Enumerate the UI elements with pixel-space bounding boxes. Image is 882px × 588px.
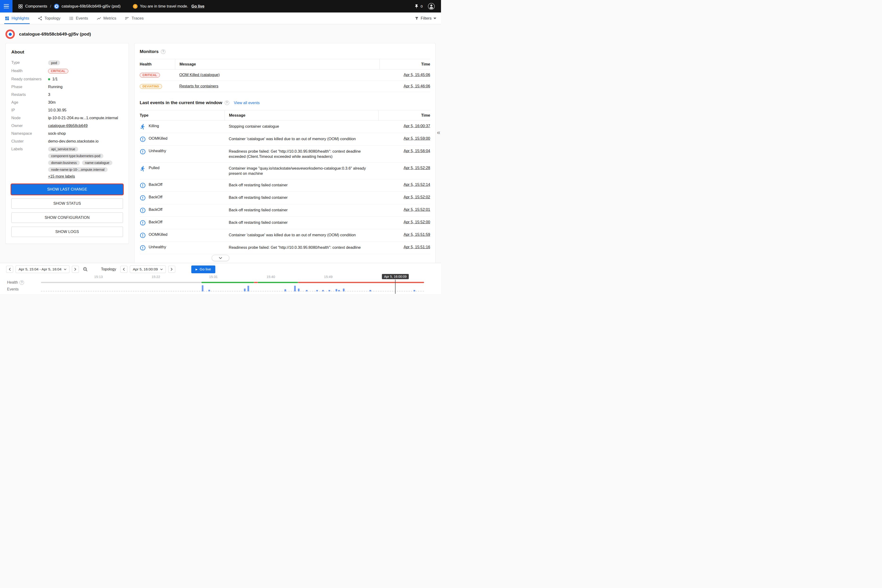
time-range-back-button[interactable] — [6, 266, 13, 273]
breadcrumb-components[interactable]: Components — [18, 4, 47, 9]
chevron-left-icon — [9, 268, 11, 271]
event-time-link[interactable]: Apr 5, 16:00:37 — [404, 124, 430, 128]
event-row[interactable]: BackOff Back-off restarting failed conta… — [140, 179, 430, 192]
event-time-link[interactable]: Apr 5, 15:52:02 — [404, 195, 430, 199]
event-row[interactable]: BackOff Back-off restarting failed conta… — [140, 204, 430, 217]
monitor-message-link[interactable]: OOM Killed (catalogue) — [179, 72, 220, 77]
label-badge: api_service:true — [48, 147, 78, 152]
pod-health-icon — [5, 30, 15, 39]
pin-icon — [414, 4, 419, 9]
tab-events[interactable]: Events — [69, 12, 88, 24]
field-health: Health CRITICAL — [11, 69, 123, 74]
breadcrumb-entity[interactable]: catalogue-69b58cb649-gjl5v (pod) — [54, 4, 120, 9]
time-range-dropdown[interactable]: Apr 5, 15:04 - Apr 5, 16:04 — [15, 266, 69, 273]
pin-button[interactable]: 0 — [414, 4, 423, 9]
event-time-link[interactable]: Apr 5, 15:52:00 — [404, 220, 430, 224]
timeline-chart[interactable]: 15:1315:2215:3115:4015:49 Health ? Event… — [0, 274, 441, 294]
event-row[interactable]: Killing Stopping container catalogue Apr… — [140, 121, 430, 133]
field-labels: Labels api_service:truecomponent-type:ku… — [11, 147, 123, 178]
event-row[interactable]: BackOff Back-off restarting failed conta… — [140, 192, 430, 204]
event-row[interactable]: BackOff Back-off restarting failed conta… — [140, 217, 430, 229]
events-table: Type Message Time — [140, 110, 430, 254]
event-row[interactable]: OOMKilled Container 'catalogue' was kill… — [140, 133, 430, 146]
event-row[interactable]: Unhealthy Readiness probe failed: Get "h… — [140, 242, 430, 254]
event-type-icon — [140, 245, 146, 251]
breadcrumb-separator: / — [50, 4, 51, 9]
monitor-message-link[interactable]: Restarts for containers — [179, 84, 218, 88]
tab-highlights[interactable]: Highlights — [5, 12, 29, 24]
monitor-time-link[interactable]: Apr 5, 15:45:06 — [404, 72, 430, 77]
event-time-link[interactable]: Apr 5, 15:52:14 — [404, 182, 430, 187]
user-avatar[interactable] — [428, 3, 435, 10]
timeline-tick-label: 15:31 — [209, 275, 218, 279]
filters-button[interactable]: Filters — [415, 12, 436, 24]
event-time-link[interactable]: Apr 5, 15:52:01 — [404, 207, 430, 212]
event-message: Stopping container catalogue — [225, 124, 378, 129]
monitor-row[interactable]: DEVIATING Restarts for containers Apr 5,… — [140, 81, 430, 92]
event-histogram-bar — [244, 289, 246, 291]
show-logs-button[interactable]: SHOW LOGS — [11, 226, 123, 237]
pod-icon — [54, 4, 59, 9]
zoom-out-button[interactable] — [82, 266, 88, 272]
collapse-right-panel-handle[interactable]: « — [437, 129, 440, 135]
event-message: Back-off restarting failed container — [225, 195, 378, 200]
ready-status-dot — [48, 78, 50, 80]
breadcrumb: Components / catalogue-69b58cb649-gjl5v … — [18, 4, 121, 9]
events-help-icon[interactable]: ? — [225, 100, 229, 105]
topology-time-label: Topology — [101, 267, 116, 272]
show-status-button[interactable]: SHOW STATUS — [11, 198, 123, 209]
event-row[interactable]: Unhealthy Readiness probe failed: Get "h… — [140, 146, 430, 162]
show-last-change-button[interactable]: SHOW LAST CHANGE — [11, 184, 123, 195]
event-histogram-bar — [306, 290, 308, 291]
event-message: Readiness probe failed: Get "http://10.0… — [225, 245, 378, 250]
event-row[interactable]: Pulled Container image "quay.io/stacksta… — [140, 162, 430, 180]
topology-time-forward-button[interactable] — [168, 266, 175, 273]
expand-panel-button[interactable] — [212, 255, 229, 261]
event-row[interactable]: OOMKilled Container 'catalogue' was kill… — [140, 229, 430, 242]
monitor-row[interactable]: CRITICAL OOM Killed (catalogue) Apr 5, 1… — [140, 69, 430, 81]
chevron-down-icon — [160, 268, 163, 270]
show-configuration-button[interactable]: SHOW CONFIGURATION — [11, 213, 123, 223]
menu-button[interactable] — [0, 0, 12, 12]
events-row-label: Events — [7, 287, 19, 291]
topology-time-dropdown[interactable]: Apr 5, 16:00:09 — [130, 266, 166, 273]
owner-link[interactable]: catalogue-69b58cb649 — [48, 123, 88, 128]
tab-topology[interactable]: Topology — [38, 12, 60, 24]
event-histogram-bar — [343, 289, 344, 291]
monitors-help-icon[interactable]: ? — [161, 50, 165, 54]
event-time-link[interactable]: Apr 5, 15:52:28 — [404, 166, 430, 170]
chevron-down-icon — [64, 268, 66, 270]
event-histogram-bar — [328, 290, 330, 291]
time-range-forward-button[interactable] — [72, 266, 79, 273]
events-icon — [69, 16, 74, 21]
event-time-link[interactable]: Apr 5, 15:51:16 — [404, 245, 430, 249]
view-all-events-link[interactable]: View all events — [234, 100, 260, 105]
topology-time-back-button[interactable] — [120, 266, 128, 273]
time-travel-banner: ! You are in time travel mode. Go live — [133, 4, 204, 9]
main-content: catalogue-69b58cb649-gjl5v (pod) About T… — [0, 24, 441, 263]
type-badge: pod — [48, 60, 60, 65]
event-message: Back-off restarting failed container — [225, 182, 378, 188]
event-type-label: OOMKilled — [148, 136, 168, 141]
components-grid-icon — [18, 4, 23, 9]
event-time-link[interactable]: Apr 5, 15:59:00 — [404, 136, 430, 140]
event-histogram-bar — [248, 286, 249, 291]
breadcrumb-entity-label: catalogue-69b58cb649-gjl5v (pod) — [62, 4, 120, 9]
tab-traces[interactable]: Traces — [124, 12, 144, 24]
monitors-title: Monitors — [140, 49, 159, 54]
tab-metrics[interactable]: Metrics — [97, 12, 116, 24]
event-message: Container image "quay.io/stackstate/weav… — [225, 166, 378, 176]
health-help-icon[interactable]: ? — [20, 280, 24, 285]
event-type-label: BackOff — [148, 220, 162, 224]
go-live-link[interactable]: Go live — [192, 4, 204, 9]
go-live-button[interactable]: ▶ Go live — [191, 266, 215, 273]
more-labels-link[interactable]: +15 more labels — [48, 174, 75, 178]
event-time-link[interactable]: Apr 5, 15:51:59 — [404, 232, 430, 237]
event-type-icon — [140, 195, 146, 201]
event-type-label: OOMKilled — [148, 232, 168, 237]
event-time-link[interactable]: Apr 5, 15:56:04 — [404, 148, 430, 153]
page-title: catalogue-69b58cb649-gjl5v (pod) — [19, 32, 91, 37]
about-title: About — [11, 50, 123, 55]
monitor-time-link[interactable]: Apr 5, 15:46:06 — [404, 84, 430, 88]
field-phase: Phase Running — [11, 85, 123, 89]
